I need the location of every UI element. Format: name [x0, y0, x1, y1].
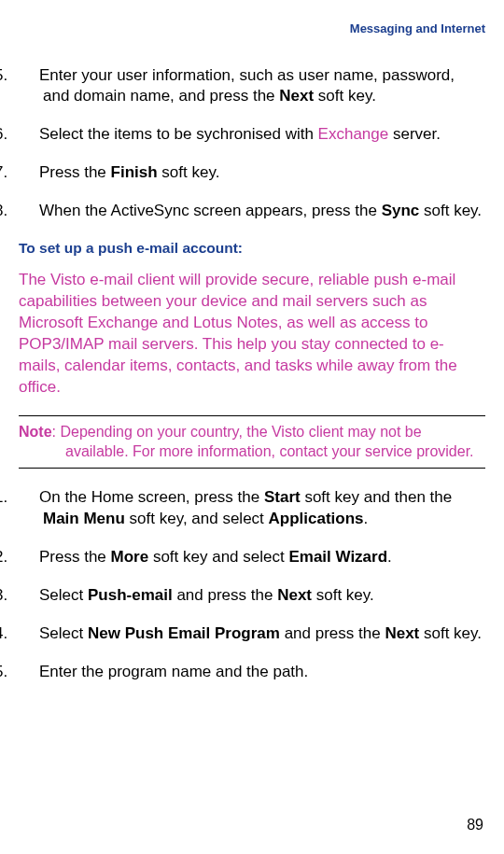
step-text: soft key, and select: [125, 510, 269, 527]
step-item: 5.Enter the program name and the path.: [19, 662, 485, 683]
step-item: 2.Press the More soft key and select Ema…: [19, 547, 485, 568]
step-bold: Next: [279, 87, 314, 105]
step-number: 8.: [19, 201, 39, 222]
step-text: and press the: [280, 624, 385, 642]
step-bold: Main Menu: [43, 510, 125, 527]
note-block: Note: Depending on your country, the Vis…: [19, 415, 485, 469]
section-subhead: To set up a push e-mail account:: [19, 239, 485, 259]
step-text: soft key and then the: [301, 488, 453, 506]
step-item: 8.When the ActiveSync screen appears, pr…: [19, 201, 485, 222]
step-bold: Email Wizard: [288, 548, 387, 566]
steps-list-b: 1.On the Home screen, press the Start so…: [19, 487, 485, 683]
header-title: Messaging and Internet: [350, 21, 485, 35]
step-number: 3.: [19, 585, 39, 607]
step-bold: Push-email: [88, 586, 173, 604]
step-text: .: [387, 548, 392, 566]
step-text: Press the: [39, 548, 111, 566]
step-text: Select the items to be sychronised with: [39, 125, 318, 143]
step-text: Select: [39, 586, 88, 604]
note-body: : Depending on your country, the Visto c…: [52, 424, 474, 460]
step-text: soft key.: [419, 202, 482, 219]
step-text: Press the: [39, 163, 111, 181]
step-text: soft key and select: [148, 548, 288, 566]
step-bold: Next: [385, 624, 419, 642]
step-number: 6.: [19, 124, 39, 146]
steps-list-a: 5.Enter your user information, such as u…: [19, 65, 485, 223]
step-number: 5.: [19, 65, 39, 87]
step-bold: Start: [264, 488, 301, 506]
document-page: Messaging and Internet 5.Enter your user…: [0, 0, 504, 683]
step-number: 5.: [19, 662, 39, 683]
step-text: Select: [39, 624, 88, 642]
step-text: On the Home screen, press the: [39, 488, 264, 506]
step-number: 1.: [19, 487, 39, 509]
step-text: When the ActiveSync screen appears, pres…: [39, 202, 382, 219]
intro-paragraph: The Visto e-mail client will provide sec…: [19, 270, 485, 399]
step-item: 1.On the Home screen, press the Start so…: [19, 487, 485, 530]
step-text: Enter the program name and the path.: [39, 663, 308, 680]
step-number: 4.: [19, 623, 39, 645]
step-bold: Finish: [111, 163, 158, 181]
step-bold: More: [111, 548, 149, 566]
step-item: 5.Enter your user information, such as u…: [19, 65, 485, 108]
step-bold: New Push Email Program: [88, 624, 280, 642]
step-text: .: [364, 510, 369, 527]
note-label: Note: [19, 424, 52, 440]
step-item: 3.Select Push-email and press the Next s…: [19, 585, 485, 607]
step-text: soft key.: [158, 163, 220, 181]
step-bold: Applications: [269, 510, 364, 527]
page-header: Messaging and Internet: [19, 21, 485, 37]
step-text: Enter your user information, such as use…: [39, 66, 455, 105]
step-item: 7.Press the Finish soft key.: [19, 162, 485, 184]
step-bold: Sync: [382, 202, 420, 219]
step-number: 2.: [19, 547, 39, 568]
step-text: soft key.: [314, 87, 376, 105]
step-link[interactable]: Exchange: [318, 125, 389, 143]
step-item: 4.Select New Push Email Program and pres…: [19, 623, 485, 645]
step-bold: Next: [277, 586, 312, 604]
step-text: and press the: [173, 586, 277, 604]
step-number: 7.: [19, 162, 39, 184]
step-item: 6.Select the items to be sychronised wit…: [19, 124, 485, 146]
note-content: Note: Depending on your country, the Vis…: [19, 422, 485, 462]
step-text: soft key.: [419, 624, 482, 642]
step-text: server.: [388, 125, 441, 143]
page-number: 89: [467, 815, 483, 835]
step-text: soft key.: [312, 586, 374, 604]
